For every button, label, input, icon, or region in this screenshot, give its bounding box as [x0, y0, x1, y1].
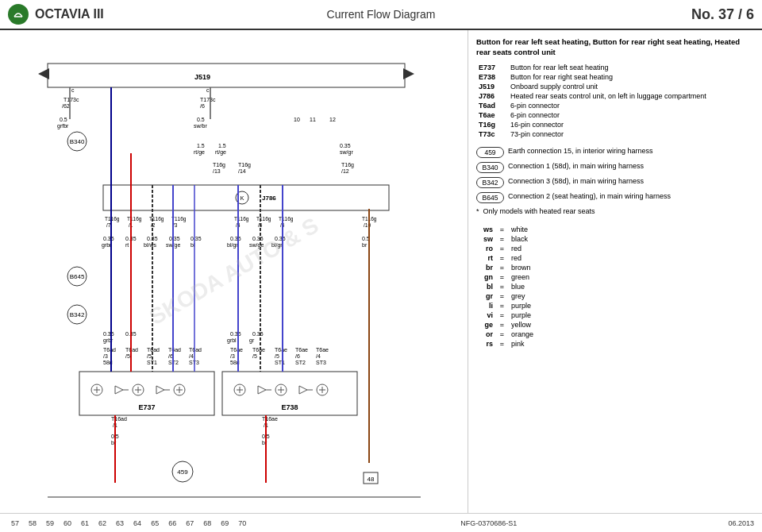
svg-text:/12: /12 [341, 168, 349, 174]
component-row: T16g16-pin connector [476, 120, 754, 129]
svg-text:bl/gn: bl/gn [271, 242, 283, 249]
color-code: rt [476, 253, 496, 263]
footer-numbers: 5758596061626364656667686970 [8, 519, 249, 527]
color-code: li [476, 301, 496, 310]
color-eq: = [496, 282, 508, 291]
svg-text:0.5: 0.5 [197, 117, 205, 122]
footer-number: 64 [130, 519, 144, 527]
svg-text:0.35: 0.35 [230, 331, 241, 337]
component-code: J519 [476, 82, 508, 91]
color-name: yellow [508, 320, 537, 330]
color-row: ro=red [476, 244, 537, 253]
wiring-diagram: J519 c c T173c /62 T173c /6 0.5 grfbr 0.… [0, 30, 468, 513]
svg-text:br: br [362, 242, 368, 248]
svg-text:K: K [241, 195, 244, 201]
svg-text:c: c [71, 87, 75, 93]
color-name: red [508, 253, 537, 263]
color-code: ge [476, 320, 496, 330]
brand-name: OCTAVIA III [35, 7, 104, 21]
svg-text:rt: rt [125, 242, 129, 248]
svg-text:459: 459 [177, 468, 188, 476]
svg-text:T116g: T116g [127, 216, 142, 222]
svg-text:T6ad: T6ad [189, 347, 202, 353]
svg-point-0 [10, 6, 26, 22]
color-code: rs [476, 339, 496, 349]
connection-badge: B340 [476, 162, 504, 173]
svg-text:rt/ge: rt/ge [194, 149, 205, 156]
color-name: orange [508, 330, 537, 339]
svg-marker-3 [38, 68, 49, 79]
color-legend: ws=whitesw=blackro=redrt=redbr=browngn=g… [476, 225, 754, 349]
component-row: T6ae6-pin connector [476, 110, 754, 120]
svg-text:T6ad: T6ad [103, 347, 116, 353]
footer-number: 57 [8, 519, 22, 527]
svg-text:0.35: 0.35 [169, 236, 180, 241]
svg-text:11: 11 [310, 117, 316, 122]
svg-marker-113 [115, 386, 123, 394]
svg-text:B645: B645 [70, 273, 85, 280]
svg-text:/14: /14 [238, 168, 246, 174]
svg-marker-4 [403, 68, 414, 79]
svg-marker-128 [258, 386, 266, 394]
svg-text:sw/br: sw/br [194, 123, 207, 129]
component-desc: 73-pin connector [508, 129, 754, 139]
connection-text: Connection 3 (58d), in main wiring harne… [508, 177, 644, 185]
color-eq: = [496, 339, 508, 349]
svg-text:T6ae: T6ae [295, 347, 308, 353]
color-row: ws=white [476, 225, 537, 234]
color-name: blue [508, 282, 537, 291]
svg-marker-133 [299, 386, 307, 394]
svg-text:/3: /3 [103, 353, 108, 359]
color-eq: = [496, 234, 508, 244]
color-name: purple [508, 301, 537, 310]
footer-number: 67 [183, 519, 197, 527]
svg-text:T6ad: T6ad [147, 347, 160, 353]
svg-text:T16g: T16g [213, 162, 225, 168]
color-name: purple [508, 310, 537, 320]
footer: 5758596061626364656667686970 NFG-0370686… [0, 513, 762, 532]
asterisk-note: * Only models with heated rear seats [476, 207, 754, 215]
svg-text:1.5: 1.5 [197, 143, 205, 148]
svg-text:/5: /5 [147, 353, 152, 359]
svg-text:0.35: 0.35 [275, 236, 286, 241]
color-eq: = [496, 244, 508, 253]
doc-number: NFG-0370686-S1 [460, 519, 517, 527]
page-title: Current Flow Diagram [327, 8, 436, 21]
color-name: pink [508, 339, 537, 349]
svg-text:0.35: 0.35 [190, 236, 202, 241]
color-name: black [508, 234, 537, 244]
component-desc: Onboard supply control unit [508, 82, 754, 91]
svg-text:T116g: T116g [256, 216, 271, 222]
footer-number: 63 [113, 519, 127, 527]
svg-text:ST2: ST2 [295, 360, 306, 365]
svg-text:0.5: 0.5 [60, 117, 67, 122]
color-code: or [476, 330, 496, 339]
svg-text:grbl: grbl [227, 337, 237, 344]
component-code: T6ae [476, 110, 508, 120]
svg-text:T116g: T116g [234, 216, 249, 222]
footer-number: 65 [148, 519, 162, 527]
svg-text:/5: /5 [252, 353, 257, 359]
svg-text:/7: /7 [106, 222, 111, 228]
svg-text:/4: /4 [316, 353, 321, 359]
component-code: T73c [476, 129, 508, 139]
logo-icon [8, 4, 29, 25]
header-left: OCTAVIA III [8, 4, 104, 25]
svg-text:sw/gr: sw/gr [340, 149, 353, 156]
svg-text:/10: /10 [364, 222, 371, 228]
svg-text:T16ad: T16ad [111, 416, 127, 422]
svg-text:1.5: 1.5 [218, 143, 226, 148]
svg-rect-1 [48, 64, 405, 87]
connections-list: 459Earth connection 15, in interior wiri… [476, 147, 754, 203]
connection-item: 459Earth connection 15, in interior wiri… [476, 147, 754, 158]
connection-item: B645Connection 2 (seat heating), in main… [476, 192, 754, 203]
svg-text:E738: E738 [281, 403, 298, 411]
svg-text:48: 48 [368, 476, 375, 483]
component-desc: 6-pin connector [508, 110, 754, 120]
color-eq: = [496, 320, 508, 330]
svg-text:T16g: T16g [238, 162, 251, 168]
component-title: Button for rear left seat heating, Butto… [476, 37, 754, 58]
svg-text:10: 10 [294, 117, 300, 122]
component-desc: 16-pin connector [508, 120, 754, 129]
color-name: brown [508, 263, 537, 272]
